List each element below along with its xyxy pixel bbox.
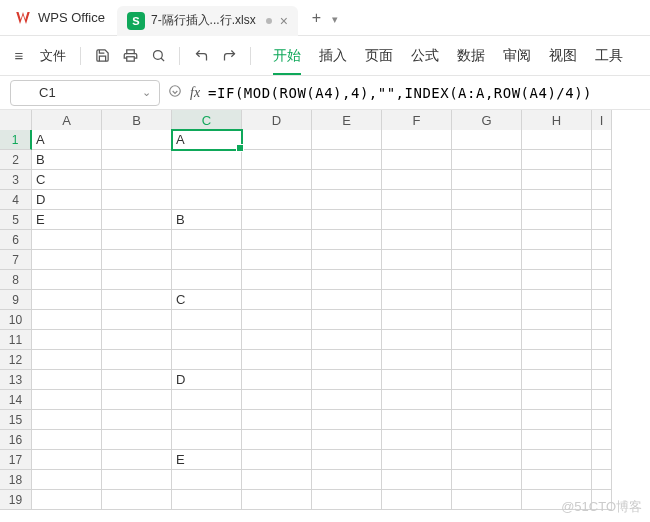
name-box[interactable]: C1 ⌄ xyxy=(10,80,160,106)
cell[interactable] xyxy=(32,450,102,470)
cell[interactable] xyxy=(382,290,452,310)
cell[interactable] xyxy=(102,350,172,370)
cell[interactable] xyxy=(312,490,382,510)
cell[interactable] xyxy=(172,170,242,190)
cell[interactable] xyxy=(592,130,612,150)
row-header[interactable]: 11 xyxy=(0,330,32,350)
cell[interactable] xyxy=(312,470,382,490)
cell[interactable] xyxy=(312,130,382,150)
cell[interactable] xyxy=(382,350,452,370)
cell[interactable] xyxy=(522,190,592,210)
cell[interactable]: C xyxy=(172,290,242,310)
row-header[interactable]: 5 xyxy=(0,210,32,230)
cell[interactable] xyxy=(242,170,312,190)
cell[interactable] xyxy=(242,370,312,390)
cell[interactable] xyxy=(102,430,172,450)
cell[interactable] xyxy=(522,370,592,390)
cell[interactable] xyxy=(382,210,452,230)
cell[interactable] xyxy=(102,390,172,410)
cell[interactable] xyxy=(592,310,612,330)
row-header[interactable]: 1 xyxy=(0,130,32,150)
file-menu[interactable]: 文件 xyxy=(36,47,70,65)
cell[interactable] xyxy=(452,290,522,310)
cell[interactable] xyxy=(382,250,452,270)
cell[interactable] xyxy=(382,330,452,350)
cell[interactable] xyxy=(172,330,242,350)
cell[interactable] xyxy=(172,410,242,430)
cell[interactable] xyxy=(102,270,172,290)
cell[interactable] xyxy=(32,370,102,390)
cell[interactable] xyxy=(452,170,522,190)
ribbon-tab[interactable]: 开始 xyxy=(273,47,301,75)
column-header[interactable]: D xyxy=(242,110,312,132)
cell[interactable] xyxy=(172,490,242,510)
cell[interactable] xyxy=(452,410,522,430)
cell[interactable] xyxy=(452,470,522,490)
row-header[interactable]: 3 xyxy=(0,170,32,190)
cell[interactable] xyxy=(312,190,382,210)
cell[interactable] xyxy=(452,210,522,230)
cell[interactable] xyxy=(102,470,172,490)
row-header[interactable]: 15 xyxy=(0,410,32,430)
row-header[interactable]: 10 xyxy=(0,310,32,330)
document-tab[interactable]: S 7-隔行插入...行.xlsx × xyxy=(117,6,298,36)
cell[interactable] xyxy=(32,330,102,350)
cell[interactable] xyxy=(592,370,612,390)
cell[interactable] xyxy=(172,310,242,330)
cell[interactable] xyxy=(592,330,612,350)
cell[interactable] xyxy=(312,210,382,230)
cell[interactable] xyxy=(452,130,522,150)
cell[interactable] xyxy=(172,190,242,210)
cell[interactable] xyxy=(522,430,592,450)
ribbon-tab[interactable]: 页面 xyxy=(365,47,393,65)
cell[interactable] xyxy=(102,230,172,250)
cell[interactable] xyxy=(242,150,312,170)
cell[interactable] xyxy=(242,430,312,450)
ribbon-tab[interactable]: 插入 xyxy=(319,47,347,65)
cell[interactable] xyxy=(32,250,102,270)
print-icon[interactable] xyxy=(119,45,141,67)
cell[interactable] xyxy=(522,270,592,290)
cell[interactable] xyxy=(382,170,452,190)
row-header[interactable]: 14 xyxy=(0,390,32,410)
cell[interactable] xyxy=(102,370,172,390)
cell[interactable] xyxy=(452,330,522,350)
cell[interactable] xyxy=(242,490,312,510)
cell[interactable] xyxy=(32,290,102,310)
cell[interactable] xyxy=(382,410,452,430)
cell[interactable] xyxy=(32,430,102,450)
cell[interactable]: E xyxy=(32,210,102,230)
cell[interactable] xyxy=(102,410,172,430)
cell[interactable] xyxy=(102,190,172,210)
cell[interactable] xyxy=(382,150,452,170)
column-header[interactable]: I xyxy=(592,110,612,132)
cell[interactable] xyxy=(172,250,242,270)
cell[interactable] xyxy=(522,170,592,190)
cell[interactable] xyxy=(102,150,172,170)
row-header[interactable]: 8 xyxy=(0,270,32,290)
cell[interactable] xyxy=(172,150,242,170)
cell[interactable] xyxy=(32,470,102,490)
cell[interactable] xyxy=(242,310,312,330)
cell[interactable] xyxy=(522,210,592,230)
cell[interactable] xyxy=(452,390,522,410)
cell[interactable]: C xyxy=(32,170,102,190)
ribbon-tab[interactable]: 审阅 xyxy=(503,47,531,65)
cell[interactable] xyxy=(242,450,312,470)
cell[interactable] xyxy=(452,370,522,390)
cell[interactable]: D xyxy=(172,370,242,390)
cell[interactable] xyxy=(522,330,592,350)
cell[interactable] xyxy=(242,410,312,430)
cell[interactable] xyxy=(452,490,522,510)
cell[interactable] xyxy=(452,250,522,270)
cell[interactable] xyxy=(382,490,452,510)
cell[interactable] xyxy=(452,270,522,290)
cell[interactable] xyxy=(452,350,522,370)
cell[interactable] xyxy=(522,130,592,150)
row-header[interactable]: 6 xyxy=(0,230,32,250)
cell[interactable] xyxy=(242,270,312,290)
cell[interactable] xyxy=(312,230,382,250)
cell[interactable] xyxy=(382,470,452,490)
cell[interactable] xyxy=(522,490,592,510)
cell[interactable] xyxy=(312,170,382,190)
